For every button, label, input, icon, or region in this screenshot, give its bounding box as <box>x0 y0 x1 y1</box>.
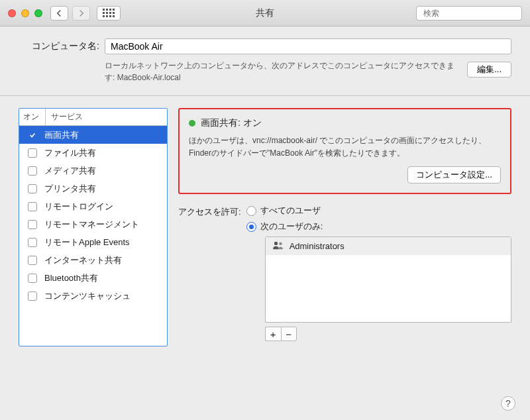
column-header-on: オン <box>19 109 46 125</box>
service-checkbox[interactable] <box>28 256 37 265</box>
computer-name-description: ローカルネットワーク上のコンピュータから、次のアドレスでこのコンピュータにアクセ… <box>105 60 467 83</box>
edit-button[interactable]: 編集... <box>467 62 511 78</box>
service-name: コンテンツキャッシュ <box>42 290 131 302</box>
service-checkbox[interactable] <box>28 238 37 247</box>
window-title: 共有 <box>256 7 274 19</box>
service-item[interactable]: コンテンツキャッシュ <box>19 287 167 305</box>
remove-user-button[interactable]: − <box>281 327 297 341</box>
radio-all-label: すべてのユーザ <box>260 205 321 217</box>
column-header-service: サービス <box>46 109 167 125</box>
service-name: リモートマネージメント <box>42 219 139 231</box>
close-window-button[interactable] <box>8 9 16 17</box>
computer-settings-button[interactable]: コンピュータ設定... <box>407 166 501 184</box>
svg-point-2 <box>274 242 278 245</box>
status-title: 画面共有: オン <box>201 117 262 129</box>
computer-name-label: コンピュータ名: <box>19 40 99 52</box>
service-name: リモートログイン <box>42 201 113 213</box>
service-checkbox[interactable] <box>28 220 37 229</box>
service-checkbox[interactable] <box>28 184 37 193</box>
access-label: アクセスを許可: <box>178 206 241 218</box>
service-name: ファイル共有 <box>42 147 96 159</box>
user-item[interactable]: Administrators <box>266 237 511 255</box>
minimize-window-button[interactable] <box>21 9 29 17</box>
services-items: 画面共有ファイル共有メディア共有プリンタ共有リモートログインリモートマネージメン… <box>19 126 167 346</box>
service-item[interactable]: メディア共有 <box>19 162 167 180</box>
traffic-lights <box>8 9 42 17</box>
radio-only-label: 次のユーザのみ: <box>260 221 323 233</box>
forward-button[interactable] <box>72 6 90 21</box>
radio-only-users[interactable]: 次のユーザのみ: <box>246 221 511 233</box>
service-name: インターネット共有 <box>42 254 122 266</box>
user-list[interactable]: Administrators <box>265 236 511 323</box>
service-name: 画面共有 <box>42 129 79 141</box>
status-indicator-icon <box>189 120 195 127</box>
zoom-window-button[interactable] <box>34 9 42 17</box>
service-item[interactable]: インターネット共有 <box>19 251 167 269</box>
service-detail: 画面共有: オン ほかのユーザは、vnc://macbook-air/ でこのコ… <box>178 108 511 346</box>
service-checkbox[interactable] <box>28 148 37 158</box>
sharing-body: オン サービス 画面共有ファイル共有メディア共有プリンタ共有リモートログインリモ… <box>0 96 530 354</box>
add-user-button[interactable]: + <box>265 327 281 341</box>
service-checkbox[interactable] <box>28 202 37 211</box>
computer-name-input[interactable] <box>105 38 511 54</box>
computer-name-section: コンピュータ名: ローカルネットワーク上のコンピュータから、次のアドレスでこのコ… <box>0 26 530 96</box>
nav-buttons <box>50 6 121 21</box>
apps-grid-icon <box>103 9 115 17</box>
users-icon <box>272 240 284 252</box>
service-checkbox[interactable] <box>28 274 37 283</box>
service-item[interactable]: Bluetooth共有 <box>19 269 167 287</box>
search-field[interactable] <box>416 6 522 21</box>
service-checkbox[interactable] <box>28 131 37 140</box>
user-name: Administrators <box>290 241 344 251</box>
service-item[interactable]: 画面共有 <box>19 126 167 144</box>
service-item[interactable]: リモートログイン <box>19 197 167 215</box>
help-button[interactable]: ? <box>501 396 515 411</box>
svg-point-3 <box>279 242 282 245</box>
status-description: ほかのユーザは、vnc://macbook-air/ でこのコンピュータの画面に… <box>189 134 501 160</box>
service-name: メディア共有 <box>42 165 96 177</box>
service-item[interactable]: プリンタ共有 <box>19 180 167 197</box>
back-button[interactable] <box>50 6 68 21</box>
service-name: プリンタ共有 <box>42 183 96 195</box>
service-item[interactable]: リモートマネージメント <box>19 215 167 233</box>
service-checkbox[interactable] <box>28 166 37 176</box>
service-name: Bluetooth共有 <box>42 272 98 284</box>
radio-all-users[interactable]: すべてのユーザ <box>246 205 511 217</box>
service-checkbox[interactable] <box>28 291 37 301</box>
service-name: リモートApple Events <box>42 236 130 248</box>
access-section: アクセスを許可: すべてのユーザ 次のユーザのみ: <box>178 205 511 341</box>
service-item[interactable]: リモートApple Events <box>19 233 167 251</box>
services-list: オン サービス 画面共有ファイル共有メディア共有プリンタ共有リモートログインリモ… <box>19 108 168 346</box>
status-box: 画面共有: オン ほかのユーザは、vnc://macbook-air/ でこのコ… <box>178 108 511 194</box>
search-input[interactable] <box>423 9 523 18</box>
show-all-button[interactable] <box>97 6 121 21</box>
service-item[interactable]: ファイル共有 <box>19 144 167 162</box>
titlebar: 共有 <box>0 0 530 26</box>
